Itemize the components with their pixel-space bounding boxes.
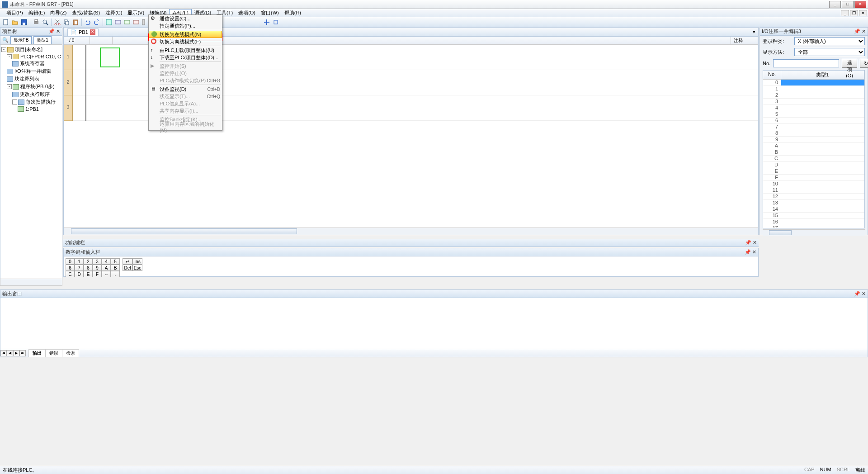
tree-node[interactable]: -项目[未命名]: [1, 46, 61, 53]
toolbar-btn-b[interactable]: [123, 18, 131, 26]
output-nav-first[interactable]: ⏮: [0, 350, 7, 356]
output-tab-error[interactable]: 错误: [45, 349, 62, 357]
copy-button[interactable]: [62, 18, 71, 26]
print-preview-button[interactable]: [41, 18, 49, 26]
numpad-key[interactable]: 9: [93, 265, 102, 271]
print-button[interactable]: [32, 18, 40, 26]
menu-window[interactable]: 窗口(W): [258, 9, 282, 17]
tree-toggle[interactable]: -: [7, 54, 12, 59]
io-table-row[interactable]: 1: [763, 86, 864, 92]
numpad-key[interactable]: A: [102, 265, 111, 271]
numpad-key[interactable]: .: [111, 271, 120, 277]
io-row-value[interactable]: [781, 200, 864, 206]
io-row-value[interactable]: [781, 149, 864, 155]
close-icon[interactable]: ✕: [753, 240, 757, 245]
pin-icon[interactable]: 📌: [854, 291, 860, 296]
io-table-row[interactable]: 2: [763, 92, 864, 99]
tree-tab-pb[interactable]: 显示PB: [10, 36, 32, 44]
io-table-row[interactable]: B: [763, 149, 864, 156]
paste-button[interactable]: [71, 18, 80, 26]
io-row-value[interactable]: [781, 225, 864, 228]
tree-toggle[interactable]: -: [7, 84, 12, 89]
io-row-value[interactable]: [781, 92, 864, 98]
tab-dropdown-icon[interactable]: ▾: [750, 29, 758, 35]
io-table-row[interactable]: E: [763, 168, 864, 175]
tree-body[interactable]: -项目[未命名]-PLC[FP0R C10, C系统寄存器I/O注释一并编辑块注…: [0, 45, 62, 284]
io-table-row[interactable]: 7: [763, 124, 864, 130]
open-button[interactable]: [11, 18, 19, 26]
io-option-button[interactable]: 选项(O): [842, 59, 857, 68]
io-method-select[interactable]: 全部: [794, 48, 865, 56]
tree-node[interactable]: I/O注释一并编辑: [1, 67, 61, 75]
numpad-key[interactable]: F: [93, 271, 102, 277]
pin-icon[interactable]: 📌: [745, 249, 751, 255]
close-icon[interactable]: ✕: [862, 291, 866, 296]
menu-item-switch-online[interactable]: 🟢切换为在线模式(N): [149, 31, 222, 38]
io-row-value[interactable]: [781, 124, 864, 130]
io-table-row[interactable]: 12: [763, 194, 864, 200]
ladder-cursor[interactable]: [100, 47, 120, 67]
io-row-value[interactable]: [781, 162, 864, 168]
io-row-value[interactable]: [781, 80, 864, 85]
io-row-value[interactable]: [781, 118, 864, 123]
save-button[interactable]: [20, 18, 28, 26]
tree-toggle[interactable]: -: [1, 47, 6, 52]
io-row-value[interactable]: [781, 175, 864, 180]
io-table-row[interactable]: 10: [763, 181, 864, 187]
menu-item-switch-offline[interactable]: ⭕切换为离线模式(F): [149, 38, 222, 45]
tree-toggle[interactable]: -: [12, 100, 17, 104]
io-row-value[interactable]: [781, 181, 864, 187]
io-table-row[interactable]: 14: [763, 206, 864, 213]
numpad-side-key[interactable]: Ins: [132, 258, 142, 265]
numpad-side-key[interactable]: ↵: [123, 258, 132, 265]
tree-node[interactable]: -每次扫描执行: [1, 98, 61, 106]
io-table-row[interactable]: 15: [763, 213, 864, 219]
cut-button[interactable]: [53, 18, 61, 26]
menu-options[interactable]: 选项(O): [236, 9, 258, 17]
output-nav-prev[interactable]: ◀: [7, 350, 13, 356]
toolbar-btn-h[interactable]: [263, 18, 271, 26]
io-row-value[interactable]: [781, 111, 864, 117]
output-nav-last[interactable]: ⏭: [19, 350, 26, 356]
tree-node[interactable]: -程序块(PB-0步): [1, 83, 61, 90]
tree-node[interactable]: 1:PB1: [1, 106, 61, 112]
io-table-row[interactable]: 11: [763, 187, 864, 194]
numpad-key[interactable]: C: [66, 271, 75, 277]
io-row-value[interactable]: [781, 194, 864, 199]
menu-project[interactable]: 项目(P): [4, 9, 26, 17]
menu-comment[interactable]: 注释(C): [103, 9, 125, 17]
io-row-value[interactable]: [781, 130, 864, 136]
new-button[interactable]: [2, 18, 10, 26]
undo-button[interactable]: [84, 18, 92, 26]
numpad-key[interactable]: 1: [75, 258, 84, 265]
io-refresh-button[interactable]: ↻: [860, 59, 868, 68]
io-row-value[interactable]: [781, 99, 864, 104]
mdi-restore-button[interactable]: ❐: [850, 10, 858, 16]
io-row-value[interactable]: [781, 156, 864, 161]
io-row-value[interactable]: [781, 86, 864, 92]
mdi-minimize-button[interactable]: _: [841, 10, 849, 16]
output-text-area[interactable]: [0, 298, 868, 350]
tree-node[interactable]: 系统寄存器: [1, 60, 61, 67]
io-table-row[interactable]: 8: [763, 130, 864, 137]
tree-node[interactable]: 块注释列表: [1, 75, 61, 83]
maximize-button[interactable]: □: [842, 1, 854, 8]
io-table-row[interactable]: 16: [763, 219, 864, 225]
tree-tab-type[interactable]: 类型1: [33, 36, 52, 44]
close-button[interactable]: ✕: [854, 1, 866, 8]
io-kind-select[interactable]: X (外部输入): [794, 37, 865, 45]
io-table-row[interactable]: 9: [763, 137, 864, 143]
numpad-key[interactable]: B: [111, 265, 120, 271]
output-tab-output[interactable]: 输出: [28, 349, 46, 357]
numpad-key[interactable]: 3: [93, 258, 102, 265]
io-row-value[interactable]: [781, 168, 864, 174]
pin-icon[interactable]: 📌: [854, 28, 860, 34]
io-row-value[interactable]: [781, 213, 864, 218]
menu-edit[interactable]: 编辑(E): [26, 9, 48, 17]
menu-view[interactable]: 显示(V): [125, 9, 147, 17]
mdi-close-button[interactable]: ✕: [859, 10, 867, 16]
io-table-row[interactable]: 13: [763, 200, 864, 206]
menu-wizard[interactable]: 向导(Z): [47, 9, 69, 17]
output-tab-search[interactable]: 检索: [62, 349, 79, 357]
numpad-key[interactable]: --: [102, 271, 111, 277]
